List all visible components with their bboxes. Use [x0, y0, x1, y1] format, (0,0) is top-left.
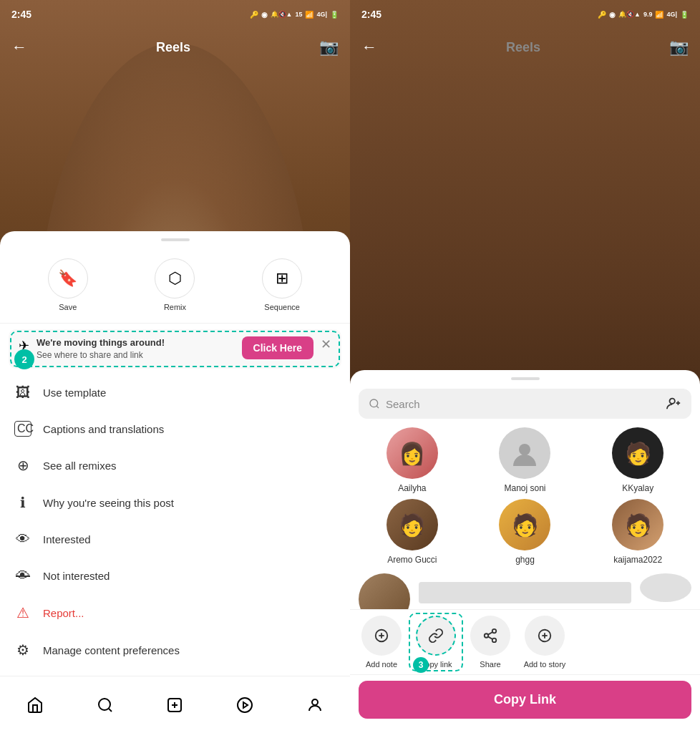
- report-item[interactable]: ⚠ Report...: [0, 594, 350, 631]
- contact-name-ghgg: ghgg: [515, 555, 535, 565]
- interested-item[interactable]: 👁 Interested: [0, 521, 350, 558]
- avatar-kkyalay: 🧑: [612, 427, 663, 479]
- svg-marker-6: [243, 702, 248, 708]
- contact-name-aremo: Aremo Gucci: [387, 555, 437, 565]
- status-bar-right: 2:45 🔑 ◉ 🔔🔇▲ 9.9 📶 4G| 🔋: [350, 0, 700, 29]
- manage-content-icon: ⚙: [14, 641, 31, 659]
- add-note-action[interactable]: Add note: [359, 616, 404, 669]
- save-option[interactable]: 🔖 Save: [48, 258, 88, 311]
- svg-point-10: [670, 399, 675, 404]
- remix-option[interactable]: ⬡ Remix: [155, 258, 195, 311]
- share-icon: [482, 628, 498, 644]
- nav-title-right: Reels: [506, 40, 540, 55]
- not-interested-icon: 👁: [14, 568, 31, 584]
- not-interested-item[interactable]: 👁 Not interested: [0, 558, 350, 594]
- svg-point-5: [238, 698, 252, 712]
- remixes-label: See all remixes: [43, 460, 117, 472]
- share-sheet-handle: [511, 377, 540, 380]
- nav-search[interactable]: [97, 696, 114, 714]
- svg-line-20: [488, 636, 492, 639]
- add-story-icon: [537, 628, 553, 644]
- add-person-icon: [666, 396, 681, 412]
- click-here-button[interactable]: Click Here: [242, 336, 313, 359]
- why-seeing-icon: ℹ: [14, 494, 31, 511]
- top-nav-left: ← Reels 📷: [0, 29, 350, 66]
- contact-name-aailyha: Aailyha: [398, 483, 426, 493]
- share-circle: [470, 616, 510, 656]
- share-action-btn[interactable]: Share: [467, 616, 513, 669]
- camera-icon-right[interactable]: 📷: [669, 38, 689, 57]
- contact-name-manoj: Manoj soni: [504, 483, 545, 493]
- svg-point-13: [519, 444, 530, 455]
- manage-content-item[interactable]: ⚙ Manage content preferences: [0, 631, 350, 669]
- back-button-right[interactable]: ←: [361, 38, 377, 57]
- sequence-option[interactable]: ⊞ Sequence: [262, 258, 302, 311]
- search-placeholder: Search: [386, 398, 420, 410]
- partial-avatar-2: [640, 573, 691, 602]
- avatar-aremo: 🧑: [387, 499, 438, 550]
- contact-aailyha[interactable]: 👩 Aailyha: [359, 427, 466, 493]
- svg-line-21: [488, 632, 492, 635]
- camera-icon-left[interactable]: 📷: [319, 38, 339, 57]
- search-icon: [369, 398, 380, 409]
- add-person-button[interactable]: [666, 396, 681, 412]
- contact-name-kaijama: kaijama2022: [613, 555, 662, 565]
- nav-home[interactable]: [26, 696, 44, 714]
- remixes-icon: ⊕: [14, 457, 31, 474]
- report-label: Report...: [43, 607, 84, 619]
- contact-name-kkyalay: KKyalay: [622, 483, 653, 493]
- sheet-handle: [161, 238, 190, 241]
- status-bar-left: 2:45 🔑 ◉ 🔔🔇▲ 15 📶 4G| 🔋: [0, 0, 350, 29]
- time-right: 2:45: [361, 9, 381, 20]
- svg-point-7: [312, 699, 318, 705]
- left-panel: 2:45 🔑 ◉ 🔔🔇▲ 15 📶 4G| 🔋 ← Reels 📷 ♡ 586K…: [0, 0, 350, 733]
- search-bar[interactable]: Search: [359, 389, 691, 419]
- nav-add[interactable]: [166, 696, 183, 714]
- use-template-item[interactable]: 🖼 Use template: [0, 374, 350, 411]
- nav-title-left: Reels: [156, 40, 190, 55]
- captions-icon: CC: [14, 421, 31, 437]
- banner-title: We're moving things around!: [37, 336, 235, 349]
- top-nav-right: ← Reels 📷: [350, 29, 700, 66]
- see-all-remixes-item[interactable]: ⊕ See all remixes: [0, 447, 350, 484]
- share-sheet: Search 👩 Aailyha Manoj soni 🧑 KKyalay: [350, 370, 700, 733]
- banner-close-button[interactable]: ✕: [321, 336, 331, 352]
- why-seeing-item[interactable]: ℹ Why you're seeing this post: [0, 484, 350, 521]
- notification-banner: ✈ We're moving things around! See where …: [9, 329, 341, 369]
- banner-subtitle: See where to share and link: [37, 349, 235, 361]
- add-note-label: Add note: [366, 660, 397, 669]
- nav-reels[interactable]: [236, 696, 253, 714]
- svg-point-8: [370, 399, 378, 407]
- contact-aremo[interactable]: 🧑 Aremo Gucci: [359, 499, 466, 565]
- not-interested-label: Not interested: [43, 570, 110, 582]
- bottom-nav-left: [0, 676, 350, 733]
- partial-avatar-1: [359, 573, 410, 609]
- contact-kaijama[interactable]: 🧑 kaijama2022: [584, 499, 691, 565]
- copy-link-circle: [416, 616, 456, 656]
- sheet-icons-row: 🔖 Save ⬡ Remix ⊞ Sequence: [0, 253, 350, 324]
- svg-point-0: [99, 699, 110, 710]
- time-left: 2:45: [11, 9, 31, 20]
- avatar-ghgg: 🧑: [499, 499, 550, 550]
- report-icon: ⚠: [14, 604, 31, 621]
- contact-kkyalay[interactable]: 🧑 KKyalay: [584, 427, 691, 493]
- copy-link-button[interactable]: Copy Link: [359, 681, 691, 719]
- svg-point-18: [485, 634, 489, 638]
- why-seeing-label: Why you're seeing this post: [43, 497, 174, 509]
- contact-ghgg[interactable]: 🧑 ghgg: [472, 499, 579, 565]
- captions-item[interactable]: CC Captions and translations: [0, 411, 350, 447]
- add-to-story-circle: [525, 616, 565, 656]
- contact-manoj[interactable]: Manoj soni: [472, 427, 579, 493]
- captions-label: Captions and translations: [43, 423, 164, 435]
- back-button-left[interactable]: ←: [11, 38, 27, 57]
- nav-profile[interactable]: [306, 696, 324, 714]
- avatar-kaijama: 🧑: [612, 499, 663, 550]
- add-note-circle: [361, 616, 402, 656]
- step-badge-2: 2: [14, 349, 34, 369]
- add-to-story-label: Add to story: [524, 660, 566, 669]
- share-label: Share: [480, 660, 500, 669]
- interested-label: Interested: [43, 533, 91, 545]
- link-icon: [428, 628, 444, 644]
- add-to-story-action[interactable]: Add to story: [522, 616, 568, 669]
- step-badge-3: 3: [413, 657, 429, 673]
